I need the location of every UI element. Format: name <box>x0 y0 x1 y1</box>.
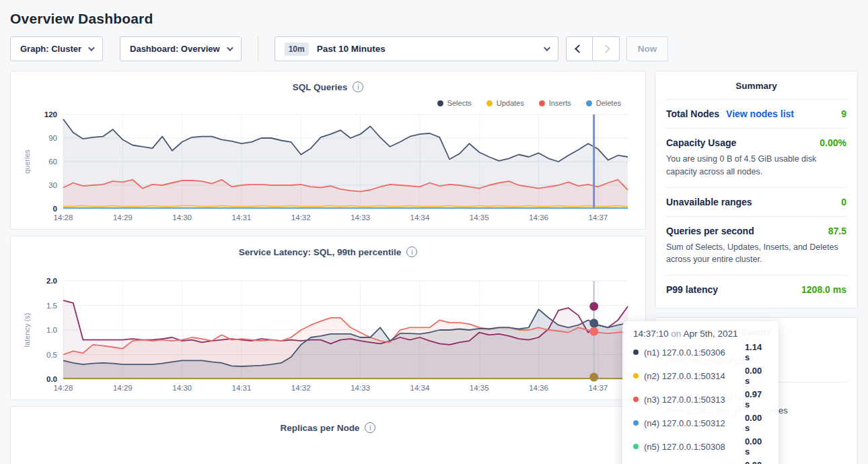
tooltip-node-label: (n2) 127.0.0.1:50314 <box>644 371 742 381</box>
info-icon[interactable] <box>353 81 363 92</box>
svg-text:120: 120 <box>44 110 57 119</box>
svg-text:14:28: 14:28 <box>54 213 73 222</box>
sql-queries-chart[interactable]: 14:2814:2914:3014:3114:3214:3314:3414:35… <box>20 109 636 225</box>
svg-text:14:34: 14:34 <box>410 384 430 392</box>
svg-text:14:35: 14:35 <box>470 384 489 392</box>
svg-text:14:35: 14:35 <box>470 213 489 222</box>
node-color-dot-icon <box>633 373 639 378</box>
tooltip-node-label: (n3) 127.0.0.1:50313 <box>644 395 742 405</box>
svg-text:14:30: 14:30 <box>172 213 192 222</box>
node-color-dot-icon <box>633 444 639 449</box>
legend-item-updates: Updates <box>486 97 524 109</box>
updates-dot-icon <box>486 100 493 106</box>
tooltip-node-label: (n1) 127.0.0.1:50306 <box>644 347 742 358</box>
inserts-dot-icon <box>539 100 545 106</box>
summary-row-capacity-usage: Capacity Usage 0.00% You are using 0 B o… <box>666 128 846 187</box>
tooltip-node-value: 0.00 s <box>745 436 769 457</box>
replicas-per-node-card: Replicas per Node <box>10 406 646 464</box>
p99-latency-value: 1208.0 ms <box>801 284 846 295</box>
dashboard-dropdown-label: Dashboard: Overview <box>130 44 220 54</box>
time-range-label: Past 10 Minutes <box>317 44 386 54</box>
summary-row-p99-latency: P99 latency 1208.0 ms <box>666 275 846 304</box>
tooltip-node-label: (n4) 127.0.0.1:50312 <box>644 418 742 428</box>
graph-dropdown[interactable]: Graph: Cluster <box>10 36 103 61</box>
summary-row-qps: Queries per second 87.5 Sum of Selects, … <box>666 216 846 275</box>
svg-text:14:34: 14:34 <box>410 213 430 222</box>
capacity-usage-desc: You are using 0 B of 4.5 GiB usable disk… <box>666 153 846 178</box>
svg-text:14:33: 14:33 <box>351 213 370 222</box>
dashboard-dropdown[interactable]: Dashboard: Overview <box>120 36 242 61</box>
svg-text:2.0: 2.0 <box>46 277 57 285</box>
prev-timewindow-button[interactable] <box>566 36 593 61</box>
tooltip-row: (n3) 127.0.0.1:503130.97 s <box>633 389 769 409</box>
sql-queries-card: SQL Queries Selects Updates Inserts <box>10 71 646 230</box>
svg-text:14:32: 14:32 <box>291 384 311 392</box>
svg-text:14:31: 14:31 <box>232 213 252 222</box>
graph-dropdown-label: Graph: Cluster <box>20 44 81 54</box>
summary-row-unavailable-ranges: Unavailable ranges 0 <box>666 187 846 216</box>
tooltip-row: (n2) 127.0.0.1:503140.00 s <box>633 366 769 386</box>
tooltip-node-value: 0.97 s <box>745 389 769 409</box>
svg-text:14:36: 14:36 <box>529 213 548 222</box>
deletes-dot-icon <box>586 100 592 106</box>
unavailable-ranges-value: 0 <box>841 197 846 207</box>
qps-desc: Sum of Selects, Updates, Inserts, and De… <box>666 241 846 267</box>
summary-title: Summary <box>666 81 846 99</box>
tooltip-node-value: 0.00 s <box>745 413 769 433</box>
tooltip-node-value: 0.00 s <box>745 366 769 386</box>
tooltip-row: (n1) 127.0.0.1:503061.14 s <box>633 342 769 362</box>
summary-card: Summary Total Nodes View nodes list 9 Ca… <box>655 71 858 308</box>
service-latency-chart[interactable]: 14:2814:2914:3014:3114:3214:3314:3414:35… <box>20 275 636 395</box>
svg-text:0.0: 0.0 <box>46 375 57 383</box>
chevron-down-icon <box>227 44 233 51</box>
legend-item-selects: Selects <box>437 97 472 109</box>
svg-text:90: 90 <box>48 134 57 142</box>
sql-queries-title: SQL Queries <box>293 82 348 92</box>
node-color-dot-icon <box>633 397 639 402</box>
next-timewindow-button[interactable] <box>593 36 620 61</box>
sql-queries-legend: Selects Updates Inserts Deletes <box>20 97 636 109</box>
qps-value: 87.5 <box>828 226 846 236</box>
svg-text:14:29: 14:29 <box>113 213 133 222</box>
replicas-per-node-title: Replicas per Node <box>281 423 360 433</box>
svg-text:0.5: 0.5 <box>46 351 57 359</box>
tooltip-timestamp: 14:37:10 on Apr 5th, 2021 <box>633 329 769 339</box>
tooltip-row: (n5) 127.0.0.1:503080.00 s <box>633 436 769 457</box>
svg-text:1.0: 1.0 <box>46 326 57 334</box>
tooltip-row: (n6) 127.0.0.1:503100.00 s <box>633 460 769 464</box>
svg-text:60: 60 <box>48 158 57 166</box>
info-icon[interactable] <box>406 246 417 257</box>
time-range-selector[interactable]: 10m Past 10 Minutes <box>275 36 558 61</box>
now-button[interactable]: Now <box>626 36 669 61</box>
summary-row-total-nodes: Total Nodes View nodes list 9 <box>666 99 846 128</box>
svg-text:14:32: 14:32 <box>291 213 311 222</box>
svg-text:14:37: 14:37 <box>588 384 608 392</box>
svg-text:14:37: 14:37 <box>588 213 608 222</box>
chevron-down-icon <box>88 44 95 51</box>
svg-text:14:29: 14:29 <box>113 384 133 392</box>
service-latency-card: Service Latency: SQL, 99th percentile 14… <box>10 236 646 400</box>
legend-item-deletes: Deletes <box>586 97 621 109</box>
arrow-right-icon <box>602 44 610 53</box>
capacity-usage-value: 0.00% <box>820 137 846 148</box>
svg-text:14:36: 14:36 <box>529 384 548 392</box>
tooltip-node-value: 0.00 s <box>745 460 769 464</box>
svg-text:14:31: 14:31 <box>232 384 252 392</box>
svg-text:0: 0 <box>53 205 57 213</box>
total-nodes-value: 9 <box>841 108 846 119</box>
page-title: Overview Dashboard <box>0 0 868 27</box>
info-icon[interactable] <box>365 422 375 433</box>
time-nav-group <box>566 36 620 61</box>
overview-dashboard-page: Overview Dashboard Graph: Cluster Dashbo… <box>0 0 868 464</box>
toolbar: Graph: Cluster Dashboard: Overview 10m P… <box>10 36 858 61</box>
charts-column: SQL Queries Selects Updates Inserts <box>10 71 646 464</box>
arrow-left-icon <box>575 44 583 53</box>
tooltip-node-label: (n5) 127.0.0.1:50308 <box>644 442 742 452</box>
chart-tooltip: 14:37:10 on Apr 5th, 2021 (n1) 127.0.0.1… <box>622 321 779 464</box>
svg-text:14:30: 14:30 <box>172 384 192 392</box>
service-latency-title: Service Latency: SQL, 99th percentile <box>239 247 402 257</box>
view-nodes-list-link[interactable]: View nodes list <box>726 108 794 119</box>
svg-text:queries: queries <box>23 149 31 174</box>
tooltip-node-value: 1.14 s <box>745 342 769 362</box>
svg-text:30: 30 <box>48 181 57 189</box>
